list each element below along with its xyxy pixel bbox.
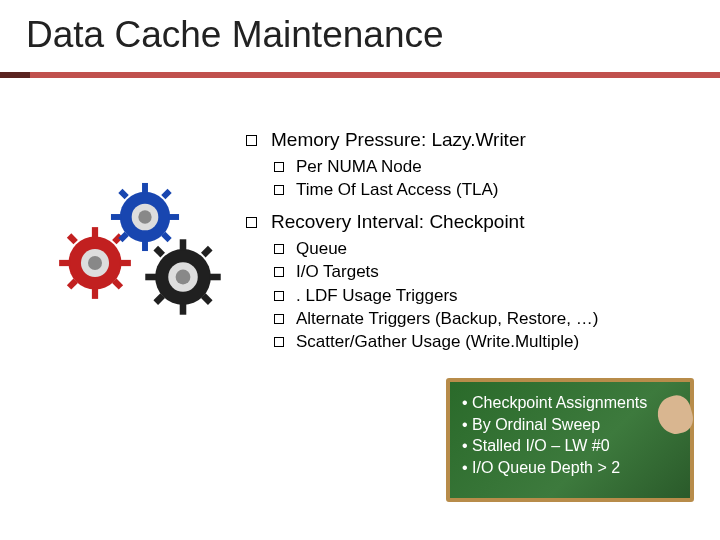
- bullet-text: Time Of Last Access (TLA): [296, 179, 498, 200]
- bullet-level2: Time Of Last Access (TLA): [274, 179, 696, 200]
- bullet-marker: [274, 337, 284, 347]
- svg-rect-27: [153, 246, 165, 258]
- svg-rect-4: [120, 260, 131, 266]
- svg-rect-12: [142, 183, 148, 193]
- bullet-marker: [274, 162, 284, 172]
- chalkboard-line: • Checkpoint Assignments: [462, 392, 678, 414]
- svg-rect-29: [201, 246, 213, 258]
- bullet-text: I/O Targets: [296, 261, 379, 282]
- bullet-marker: [246, 217, 257, 228]
- svg-rect-14: [111, 214, 121, 220]
- slide-title: Data Cache Maintenance: [26, 14, 444, 56]
- chalkboard-line: • I/O Queue Depth > 2: [462, 457, 678, 479]
- accent-rule-end: [0, 72, 30, 78]
- svg-rect-1: [92, 227, 98, 238]
- bullet-level1: Memory Pressure: Lazy.Writer: [246, 128, 696, 152]
- svg-rect-15: [169, 214, 179, 220]
- svg-rect-24: [180, 303, 187, 314]
- svg-point-10: [88, 256, 102, 270]
- bullet-marker: [274, 244, 284, 254]
- bullet-level2: Scatter/Gather Usage (Write.Multiple): [274, 331, 696, 352]
- svg-rect-18: [161, 189, 171, 199]
- svg-rect-25: [145, 274, 156, 281]
- chalkboard-line: • Stalled I/O – LW #0: [462, 435, 678, 457]
- svg-point-21: [138, 210, 151, 223]
- bullet-text: Alternate Triggers (Backup, Restore, …): [296, 308, 598, 329]
- bullet-level2: Per NUMA Node: [274, 156, 696, 177]
- chalkboard-line: • By Ordinal Sweep: [462, 414, 678, 436]
- bullet-text: Recovery Interval: Checkpoint: [271, 210, 524, 234]
- bullet-marker: [274, 314, 284, 324]
- bullet-text: Memory Pressure: Lazy.Writer: [271, 128, 526, 152]
- bullet-content: Memory Pressure: Lazy.Writer Per NUMA No…: [246, 124, 696, 354]
- bullet-text: Queue: [296, 238, 347, 259]
- bullet-text: Per NUMA Node: [296, 156, 422, 177]
- bullet-marker: [246, 135, 257, 146]
- gears-image: [56, 180, 226, 320]
- svg-rect-16: [118, 189, 128, 199]
- bullet-marker: [274, 185, 284, 195]
- bullet-level1: Recovery Interval: Checkpoint: [246, 210, 696, 234]
- chalkboard-image: • Checkpoint Assignments • By Ordinal Sw…: [446, 378, 694, 502]
- slide: Data Cache Maintenance Memory Pressure: …: [0, 0, 720, 540]
- svg-rect-23: [180, 239, 187, 250]
- bullet-level2: Queue: [274, 238, 696, 259]
- bullet-level2: I/O Targets: [274, 261, 696, 282]
- svg-rect-3: [59, 260, 70, 266]
- bullet-level2: . LDF Usage Triggers: [274, 285, 696, 306]
- svg-rect-5: [67, 233, 78, 244]
- bullet-level2: Alternate Triggers (Backup, Restore, …): [274, 308, 696, 329]
- svg-rect-2: [92, 288, 98, 299]
- bullet-marker: [274, 267, 284, 277]
- svg-point-32: [176, 270, 191, 285]
- svg-rect-26: [209, 274, 220, 281]
- bullet-text: Scatter/Gather Usage (Write.Multiple): [296, 331, 579, 352]
- accent-rule: [0, 72, 720, 78]
- gear-icon: [142, 236, 224, 318]
- bullet-marker: [274, 291, 284, 301]
- bullet-text: . LDF Usage Triggers: [296, 285, 458, 306]
